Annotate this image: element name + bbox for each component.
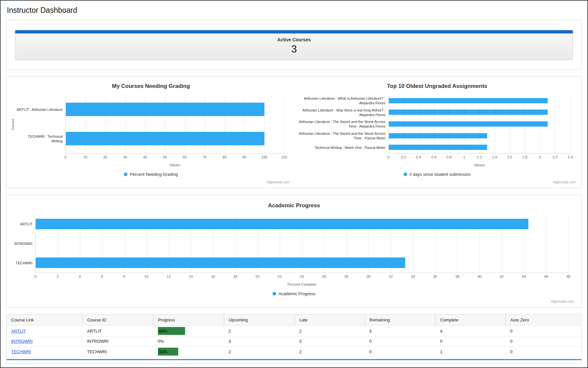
x-axis-tick-label: 8 bbox=[123, 275, 125, 278]
bar[interactable] bbox=[66, 103, 264, 116]
axis-category-label: Arthurian Literature : The Sword and the… bbox=[296, 130, 389, 142]
auto-zero-cell: 0 bbox=[505, 346, 581, 357]
axis-category-label: Arthurian Literature : What is Arthurian… bbox=[296, 95, 389, 107]
x-axis-tick-label: 1.8 bbox=[522, 155, 527, 159]
course-link[interactable]: INTROWRI bbox=[11, 339, 33, 344]
x-axis-tick-label: 16 bbox=[211, 275, 215, 278]
column-header: Upcoming bbox=[224, 315, 294, 326]
gridline bbox=[568, 214, 569, 273]
active-courses-label: Active Courses bbox=[15, 37, 573, 42]
progress-cell: 33% bbox=[153, 346, 224, 357]
axis-category-label: TECHWRI bbox=[12, 253, 35, 273]
courses-table-header: Course LinkCourse IDProgressUpcomingLate… bbox=[7, 315, 581, 326]
column-header: Course ID bbox=[83, 315, 153, 326]
bar[interactable] bbox=[389, 133, 487, 138]
x-axis-tick-label: 0.8 bbox=[446, 155, 451, 159]
chart-title: My Courses Needing Grading bbox=[10, 83, 292, 90]
legend-item[interactable]: Percent Needing Grading bbox=[10, 172, 292, 177]
chart-my-courses-needing-grading: My Courses Needing GradingCourseARTLIT :… bbox=[8, 80, 294, 187]
x-axis-tick-label: 46 bbox=[544, 275, 548, 278]
late-cell: 3 bbox=[294, 337, 365, 346]
x-axis-tick-label: 34 bbox=[411, 275, 415, 278]
x-axis-tick-label: 48 bbox=[566, 275, 570, 278]
x-axis-tick-label: 40 bbox=[143, 155, 147, 159]
late-cell: 2 bbox=[294, 346, 365, 357]
gridline bbox=[570, 95, 571, 153]
category-axis-labels: ARTLIT : Arthurian LiteratureTECHWRI : T… bbox=[16, 95, 66, 153]
category-axis-labels: Arthurian Literature : What is Arthurian… bbox=[296, 95, 389, 153]
late-cell: 2 bbox=[294, 326, 365, 337]
bar[interactable] bbox=[389, 145, 487, 150]
legend-label: Academic Progress bbox=[278, 291, 315, 296]
x-axis-tick-label: 1.2 bbox=[477, 155, 482, 159]
table-horizontal-scrollbar[interactable] bbox=[7, 359, 581, 360]
legend-item[interactable]: # days since student submission bbox=[296, 172, 579, 177]
auto-zero-cell: 0 bbox=[505, 326, 581, 337]
x-axis-tick-label: 44 bbox=[522, 275, 526, 278]
x-axis-tick-label: 10 bbox=[84, 155, 87, 159]
x-axis: 0102030405060708090100110 bbox=[66, 153, 284, 159]
bar[interactable] bbox=[66, 132, 264, 145]
remaining-cell: 0 bbox=[365, 346, 435, 357]
legend-marker-icon bbox=[124, 173, 127, 176]
bar-row bbox=[389, 95, 571, 107]
bar[interactable] bbox=[389, 110, 548, 115]
chart-plot-area bbox=[66, 95, 284, 153]
legend-label: # days since student submission bbox=[409, 172, 471, 177]
x-axis-title: Percent Complete bbox=[35, 282, 568, 286]
progress-cell: 44% bbox=[153, 326, 224, 337]
x-axis-tick-label: 18 bbox=[233, 275, 237, 278]
x-axis-tick-label: 4 bbox=[79, 275, 81, 278]
x-axis-tick-label: 0.6 bbox=[431, 155, 436, 159]
axis-category-label: Arthurian Literature : Was there a real … bbox=[296, 107, 389, 118]
progress-bar: 44% bbox=[158, 327, 185, 335]
chart-academic-progress: Academic ProgressARTLITINTROWRITECHWRI02… bbox=[10, 200, 578, 306]
bar[interactable] bbox=[36, 219, 528, 229]
bar[interactable] bbox=[389, 98, 548, 103]
bar[interactable] bbox=[36, 257, 405, 268]
progress-cell: 0% bbox=[153, 337, 224, 346]
highcharts-credit-link[interactable]: Highcharts.com bbox=[551, 300, 574, 303]
upcoming-cell: 2 bbox=[224, 326, 294, 337]
course-link[interactable]: TECHWRI bbox=[11, 349, 31, 354]
x-axis-tick-label: 6 bbox=[101, 275, 103, 278]
course-link-cell: ARTLIT bbox=[7, 326, 83, 337]
category-axis-labels: ARTLITINTROWRITECHWRI bbox=[12, 214, 35, 273]
bar-row bbox=[36, 253, 568, 273]
x-axis-tick-label: 0.2 bbox=[401, 155, 406, 159]
x-axis-tick-label: 30 bbox=[367, 275, 370, 278]
x-axis-tick-label: 40 bbox=[478, 275, 482, 278]
x-axis-tick-label: 2 bbox=[57, 275, 59, 278]
axis-category-label: Technical Writing : Week One : Pascal Me… bbox=[296, 142, 389, 153]
column-header: Late bbox=[294, 315, 365, 326]
bar-row bbox=[389, 141, 571, 153]
page-title: Instructor Dashboard bbox=[6, 5, 582, 20]
chart-plot-area bbox=[389, 95, 571, 153]
course-link-cell: TECHWRI bbox=[7, 346, 83, 357]
grading-charts-card: My Courses Needing GradingCourseARTLIT :… bbox=[6, 76, 582, 188]
x-axis-tick-label: 100 bbox=[261, 155, 267, 159]
x-axis-tick-label: 0.4 bbox=[416, 155, 421, 159]
gridline bbox=[284, 95, 285, 153]
bar[interactable] bbox=[389, 121, 548, 127]
x-axis-tick-label: 0 bbox=[65, 155, 66, 159]
course-link[interactable]: ARTLIT bbox=[11, 329, 26, 334]
active-courses-card: Active Courses 3 bbox=[6, 20, 582, 70]
axis-category-label: ARTLIT bbox=[12, 214, 35, 234]
legend-item[interactable]: Academic Progress bbox=[12, 291, 576, 296]
x-axis-tick-label: 2.2 bbox=[553, 155, 558, 159]
chart-plot-area bbox=[35, 214, 568, 273]
highcharts-credit-link[interactable]: Highcharts.com bbox=[267, 180, 289, 184]
instructor-dashboard-page: Instructor Dashboard Active Courses 3 My… bbox=[1, 1, 587, 364]
academic-progress-card: Academic ProgressARTLITINTROWRITECHWRI02… bbox=[6, 195, 582, 308]
remaining-cell: 3 bbox=[365, 326, 435, 337]
column-header: Complete bbox=[435, 315, 505, 326]
bar-row bbox=[66, 124, 284, 153]
legend-label: Percent Needing Grading bbox=[130, 172, 178, 177]
bar-row bbox=[36, 214, 568, 234]
bar-row bbox=[389, 130, 571, 142]
course-link-cell: INTROWRI bbox=[7, 337, 83, 346]
x-axis-tick-label: 10 bbox=[144, 275, 148, 278]
table-row: TECHWRITECHWRI33%22010 bbox=[7, 346, 581, 357]
highcharts-credit-link[interactable]: Highcharts.com bbox=[553, 180, 576, 184]
